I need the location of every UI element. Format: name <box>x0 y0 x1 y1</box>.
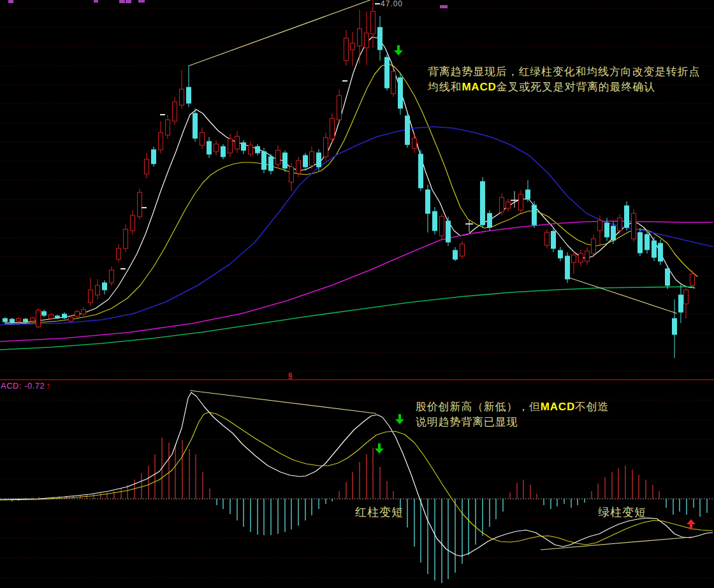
annotation-text: 金叉或死叉是对背离的最终确认 <box>497 81 655 93</box>
macd-divergence-trendline <box>190 391 376 413</box>
candlestick <box>187 65 191 107</box>
candlestick <box>659 240 663 265</box>
candlestick <box>481 177 485 228</box>
stock-chart-screen: 47.00 ACD: -0.72↑ § 背离趋势显现后，红绿柱变化和均线方向改变… <box>0 0 714 588</box>
candlestick <box>200 127 205 149</box>
candlestick <box>324 133 328 161</box>
candlestick <box>465 220 473 232</box>
candlestick <box>433 207 437 234</box>
candlestick <box>344 30 349 66</box>
candlestick <box>351 32 355 66</box>
candlestick <box>446 217 451 246</box>
candlestick <box>506 199 511 212</box>
candlestick <box>330 113 335 143</box>
candlestick <box>249 141 253 157</box>
macd-keyword: MACD <box>462 81 496 93</box>
candlestick <box>228 134 233 157</box>
candlestick <box>89 278 93 306</box>
candlestick <box>378 16 382 61</box>
candlestick <box>405 112 410 148</box>
annotation-line: 说明趋势背离已显现 <box>416 415 609 430</box>
candlestick <box>124 224 128 252</box>
macd-dea-line <box>0 412 713 545</box>
candlestick <box>391 67 396 97</box>
candlestick <box>532 201 537 228</box>
candlestick <box>565 252 570 283</box>
candlestick <box>82 307 86 316</box>
divider-section-marker-icon: § <box>288 371 293 380</box>
candlestick <box>579 250 583 266</box>
candlestick <box>317 149 321 171</box>
sell-signal-down-arrow-icon <box>375 443 384 454</box>
annotation-line: 股价创新高（新低），但MACD不创造 <box>416 399 609 415</box>
macd-divergence-trendline <box>541 537 692 550</box>
candlestick <box>453 247 458 261</box>
candlestick <box>49 313 54 320</box>
candlestick <box>193 108 198 141</box>
candlestick <box>488 210 492 231</box>
candlestick <box>440 213 444 240</box>
candlestick <box>365 11 369 65</box>
candlestick <box>645 231 650 254</box>
candlestick <box>426 185 430 233</box>
candlestick <box>419 150 423 191</box>
candlestick <box>666 265 670 289</box>
annotation-line: 均线和MACD金叉或死叉是对背离的最终确认 <box>428 80 700 95</box>
sell-signal-down-arrow-icon <box>395 414 404 424</box>
candlestick <box>96 279 100 299</box>
candlestick <box>152 147 156 167</box>
candlestick <box>173 97 177 125</box>
candlestick <box>214 140 219 155</box>
annotation-line: 背离趋势显现后，红绿柱变化和均线方向改变是转折点 <box>428 64 700 80</box>
candlestick <box>460 241 465 259</box>
candlestick <box>221 144 226 159</box>
candlestick <box>110 266 114 286</box>
macd-value-text: ACD: -0.72 <box>1 381 45 391</box>
candlestick <box>138 189 142 219</box>
candlestick <box>145 153 149 178</box>
candlestick <box>638 228 643 256</box>
candlesticks <box>3 0 695 358</box>
candlestick <box>412 133 417 153</box>
candlestick <box>166 115 170 139</box>
candlestick <box>235 131 240 153</box>
candlestick <box>511 191 518 208</box>
candlestick <box>526 180 530 202</box>
candlestick <box>62 312 67 319</box>
candlestick <box>519 190 523 213</box>
candlestick <box>652 237 657 261</box>
candlestick <box>551 227 556 252</box>
candlestick <box>500 193 504 215</box>
candlestick <box>558 247 563 261</box>
candlestick <box>75 310 80 318</box>
annotation-text: 均线和 <box>428 81 462 93</box>
candlestick <box>684 287 688 319</box>
candlestick <box>371 0 375 48</box>
red-bars-shorten-label: 红柱变短 <box>355 505 404 520</box>
candlestick <box>262 148 266 173</box>
candlestick <box>618 214 622 234</box>
candlestick <box>398 73 403 115</box>
macd-up-arrow-icon: ↑ <box>46 380 51 391</box>
annotation-text: 股价创新高（新低），但 <box>416 401 541 413</box>
candlestick <box>159 121 163 154</box>
candlestick <box>180 70 184 109</box>
candlestick <box>585 247 590 265</box>
candlestick <box>283 150 288 172</box>
candlestick <box>625 201 629 231</box>
peak-price-label: 47.00 <box>381 0 403 8</box>
macd-indicator-value: ACD: -0.72↑ <box>1 380 51 391</box>
candlestick <box>256 144 260 155</box>
candlestick <box>690 270 695 288</box>
ma-slow-yellow <box>5 64 697 324</box>
candlestick <box>103 280 107 294</box>
macd-divergence-annotation: 股价创新高（新低），但MACD不创造 说明趋势背离已显现 <box>416 399 609 430</box>
green-bars-shorten-label: 绿柱变短 <box>598 505 646 520</box>
candlestick <box>673 299 677 358</box>
candlestick <box>385 54 390 90</box>
candlestick <box>117 244 121 262</box>
ma-long-magenta <box>0 221 713 341</box>
candlestick <box>276 145 280 168</box>
candlestick <box>572 251 576 274</box>
candlestick <box>358 10 362 64</box>
